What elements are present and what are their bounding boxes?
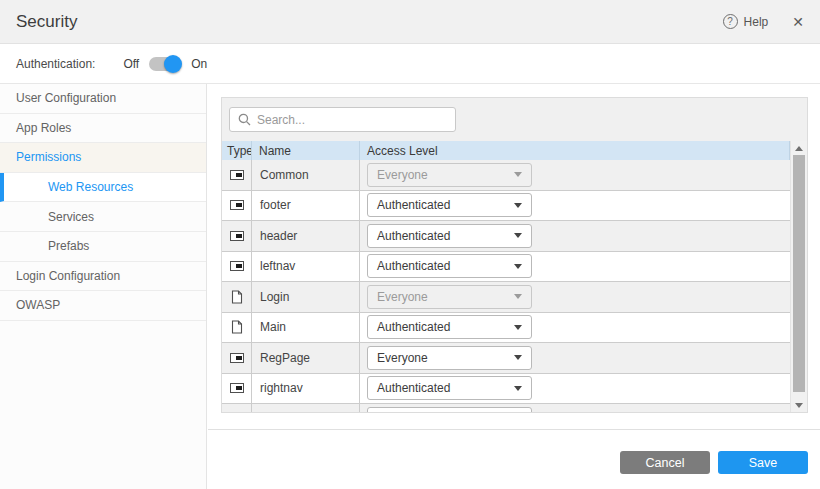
access-level-dropdown: Everyone	[367, 163, 532, 187]
access-level-dropdown[interactable]: Authenticated	[367, 254, 532, 278]
scroll-up-icon[interactable]	[795, 146, 803, 151]
resource-name: footer	[252, 191, 360, 221]
permissions-table: Type Name Access Level Common Everyone	[222, 141, 790, 413]
save-button[interactable]: Save	[718, 451, 808, 474]
chevron-down-icon	[514, 386, 522, 391]
security-dialog: Security ? Help ✕ Authentication: Off On…	[0, 0, 820, 489]
access-level-dropdown[interactable]: Authenticated	[367, 315, 532, 339]
search-icon	[238, 113, 251, 126]
column-header-type: Type	[222, 141, 252, 160]
dialog-footer: Cancel Save	[208, 429, 820, 489]
sidebar: User Configuration App Roles Permissions…	[0, 84, 207, 489]
table-header-row: Type Name Access Level	[222, 141, 790, 160]
toggle-off-label: Off	[123, 57, 139, 71]
resource-name: header	[252, 221, 360, 251]
table-row: footer Authenticated	[222, 191, 790, 222]
partial-icon	[230, 353, 244, 363]
page-icon	[231, 320, 243, 334]
resource-name: Login	[252, 282, 360, 312]
help-label: Help	[744, 15, 769, 29]
help-icon: ?	[723, 14, 738, 29]
search-input[interactable]	[257, 113, 447, 127]
access-level-dropdown[interactable]: Authenticated	[367, 193, 532, 217]
resource-name: leftnav	[252, 252, 360, 282]
resource-name: rightnav	[252, 374, 360, 404]
sidebar-item-app-roles[interactable]: App Roles	[0, 114, 206, 144]
partial-icon	[230, 170, 244, 180]
chevron-down-icon	[514, 172, 522, 177]
sidebar-item-services[interactable]: Services	[0, 202, 206, 232]
table-row: Main Authenticated	[222, 313, 790, 344]
sidebar-item-permissions[interactable]: Permissions	[0, 143, 206, 173]
chevron-down-icon	[514, 355, 522, 360]
chevron-down-icon	[514, 325, 522, 330]
sidebar-item-prefabs[interactable]: Prefabs	[0, 232, 206, 262]
permissions-table-panel: Type Name Access Level Common Everyone	[221, 97, 808, 413]
search-area	[222, 98, 807, 141]
close-icon[interactable]: ✕	[792, 15, 804, 29]
table-row: rightnav Authenticated	[222, 374, 790, 405]
table-row	[222, 404, 790, 413]
scroll-down-icon[interactable]	[795, 403, 803, 408]
resource-name: RegPage	[252, 343, 360, 373]
toggle-on-label: On	[191, 57, 207, 71]
table-row: header Authenticated	[222, 221, 790, 252]
search-box	[229, 107, 456, 132]
toggle-knob	[164, 55, 182, 73]
access-level-dropdown: Everyone	[367, 285, 532, 309]
table-scrollbar	[790, 141, 807, 413]
access-level-dropdown[interactable]: Authenticated	[367, 224, 532, 248]
chevron-down-icon	[514, 294, 522, 299]
sidebar-item-owasp[interactable]: OWASP	[0, 291, 206, 321]
chevron-down-icon	[514, 233, 522, 238]
table-row: Common Everyone	[222, 160, 790, 191]
partial-icon	[230, 231, 244, 241]
chevron-down-icon	[514, 264, 522, 269]
partial-icon	[230, 200, 244, 210]
column-header-name: Name	[252, 141, 360, 160]
authentication-toggle[interactable]	[149, 56, 181, 72]
help-button[interactable]: ? Help	[723, 14, 769, 29]
access-level-dropdown[interactable]	[367, 407, 532, 413]
access-level-dropdown[interactable]: Authenticated	[367, 376, 532, 400]
access-level-dropdown[interactable]: Everyone	[367, 346, 532, 370]
dialog-header: Security ? Help ✕	[0, 0, 820, 44]
page-title: Security	[16, 12, 77, 32]
column-header-access-level: Access Level	[360, 141, 790, 160]
cancel-button[interactable]: Cancel	[620, 451, 710, 474]
table-row: Login Everyone	[222, 282, 790, 313]
table-row: RegPage Everyone	[222, 343, 790, 374]
table-row: leftnav Authenticated	[222, 252, 790, 283]
partial-icon	[230, 261, 244, 271]
sidebar-item-user-configuration[interactable]: User Configuration	[0, 84, 206, 114]
scrollbar-thumb[interactable]	[793, 155, 805, 392]
sidebar-item-login-configuration[interactable]: Login Configuration	[0, 262, 206, 292]
resource-name: Common	[252, 160, 360, 190]
chevron-down-icon	[514, 203, 522, 208]
sidebar-item-web-resources[interactable]: Web Resources	[0, 173, 206, 203]
resource-name	[252, 404, 360, 413]
authentication-bar: Authentication: Off On	[0, 44, 820, 84]
resource-name: Main	[252, 313, 360, 343]
partial-icon	[230, 383, 244, 393]
authentication-label: Authentication:	[16, 57, 95, 71]
page-icon	[231, 290, 243, 304]
